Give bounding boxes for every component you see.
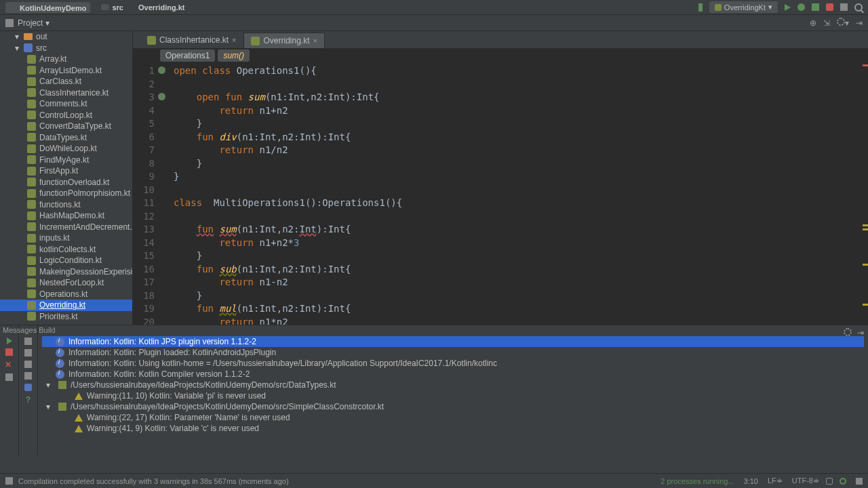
tree-item[interactable]: ConvertDataType.kt [0,121,132,132]
expand-all-icon[interactable] [24,338,32,345]
override-gutter-icon[interactable] [158,66,165,74]
tree-item[interactable]: ControlLoop.kt [0,110,132,121]
tree-item[interactable]: ClassInhertanice.kt [0,87,132,99]
stop-icon[interactable] [826,3,833,11]
tree-item[interactable]: inputs.kt [0,232,132,244]
status-processes[interactable]: 2 processes running... [660,477,734,485]
breadcrumb-file[interactable]: Overriding.kt [134,3,189,12]
project-toolbar: Project ▾ ⊕ ⇲ ▾ ⇥ [0,15,868,31]
breadcrumb-class[interactable]: Operations1 [160,49,215,62]
run-icon[interactable] [785,4,791,11]
kfile-icon [27,155,36,164]
filter-icon[interactable] [24,384,32,391]
tree-item[interactable]: FirstApp.kt [0,165,132,177]
tree-item[interactable]: Comments.kt [0,98,132,110]
tree-item[interactable]: ▾src [0,43,132,54]
debug-icon[interactable] [797,3,805,11]
message-row[interactable]: Warning:(22, 17) Kotlin: Parameter 'Name… [42,412,864,423]
message-row[interactable]: Warning:(11, 10) Kotlin: Variable 'pi' i… [42,390,864,401]
code-area[interactable]: open class Operations1(){ open fun sum(n… [167,63,868,325]
message-row[interactable]: Information: Kotlin: Kotlin JPS plugin v… [42,336,864,347]
kfile-icon [27,100,36,108]
close-icon[interactable]: × [232,36,236,44]
breadcrumb-function[interactable]: sum() [218,49,250,62]
help-icon[interactable]: ? [26,395,31,405]
coverage-icon[interactable] [812,3,819,11]
tree-item[interactable]: Priorites.kt [0,311,132,323]
search-icon[interactable] [854,3,863,12]
project-tree[interactable]: ▾out▾srcArray.ktArrayListDemo.ktCarClass… [0,31,133,325]
status-line-sep[interactable]: LF≑ [768,476,783,485]
messages-gear-icon[interactable] [844,328,852,336]
rerun-icon[interactable] [7,338,12,344]
tree-item[interactable]: ▾out [0,31,132,43]
build-icon[interactable] [698,3,703,12]
tree-item[interactable]: kotlinCollects.kt [0,244,132,256]
kfile-icon [27,110,36,119]
tree-item[interactable]: CarClass.kt [0,76,132,87]
messages-hide-icon[interactable]: ⇥ [857,328,864,338]
override-gutter-icon[interactable] [158,93,165,100]
breadcrumb-folder[interactable]: src [97,3,127,12]
tree-item[interactable]: functions.kt [0,199,132,211]
messages-list[interactable]: Information: Kotlin: Kotlin JPS plugin v… [38,325,868,455]
notification-icon[interactable] [856,478,863,485]
scroll-from-icon[interactable]: ⊕ [810,18,816,28]
kfile-icon [27,222,36,231]
tree-item[interactable]: DoWhileLoop.kt [0,143,132,155]
tree-item[interactable]: DataTypes.kt [0,132,132,144]
messages-toolbar-2: ? [19,325,38,455]
project-view-icon[interactable] [5,19,14,27]
editor-tab[interactable]: ClassInhertanice.kt× [140,32,243,48]
tree-item[interactable]: functionPolmorphisiom.kt [0,188,132,199]
breadcrumb-project[interactable]: KotlinUdemyDemo [5,2,90,13]
titlebar: KotlinUdemyDemo src Overriding.kt Overri… [0,0,868,15]
status-toolwindows-icon[interactable] [5,477,13,485]
collapse-icon[interactable]: ⇲ [823,18,830,28]
pin-icon[interactable] [5,373,13,381]
messages-title[interactable]: Messages Build [3,326,56,334]
tree-item[interactable]: LogicCondition.kt [0,255,132,266]
status-position[interactable]: 3:10 [744,477,758,485]
kfile-icon [27,256,36,265]
project-label[interactable]: Project [18,18,43,28]
stop-build-icon[interactable] [5,348,13,356]
tree-item[interactable]: NestedForLoop.kt [0,277,132,289]
editor-tab[interactable]: Overriding.kt× [243,33,324,48]
message-row[interactable]: Information: Kotlin: Using kotlin-home =… [42,358,864,369]
mod-icon [24,43,33,52]
inspection-icon[interactable] [840,478,846,485]
gear-icon[interactable]: ▾ [837,18,849,28]
message-row[interactable]: Information: Kotlin: Kotlin Compiler ver… [42,369,864,380]
hide-icon[interactable]: ⇥ [856,18,863,28]
kfile-icon [27,245,36,253]
structure-icon[interactable] [840,3,848,11]
message-row[interactable]: ▾/Users/hussienalrubaye/IdeaProjects/Kot… [42,401,864,412]
tree-item[interactable]: Operations.kt [0,289,132,300]
message-row[interactable]: Information: Kotlin: Plugin loaded: Kotl… [42,347,864,358]
tree-item[interactable]: FindMyAge.kt [0,155,132,166]
export-icon[interactable] [24,372,32,380]
error-stripe[interactable] [861,63,868,325]
kfile-icon [27,88,36,97]
collapse-all-icon[interactable] [24,349,32,357]
close-messages-icon[interactable]: ✕ [5,360,14,369]
close-icon[interactable]: × [313,37,317,45]
tree-item[interactable]: IncrementAndDecrement.k [0,222,132,233]
message-row[interactable]: ▾/Users/hussienalrubaye/IdeaProjects/Kot… [42,380,864,390]
code-editor[interactable]: 123456789101112131415161718192021 open c… [133,63,868,325]
tree-item[interactable]: MakeingDesssionExperisi [0,266,132,278]
kfile-icon [27,289,36,298]
kfile-icon [27,189,36,198]
gutter[interactable]: 123456789101112131415161718192021 [133,63,167,325]
tree-item[interactable]: ArrayListDemo.kt [0,65,132,77]
tree-item[interactable]: Overriding.kt [0,300,132,311]
lock-icon[interactable] [826,478,833,485]
message-row[interactable]: Warning:(41, 9) Kotlin: Variable 'c' is … [42,423,864,434]
status-encoding[interactable]: UTF-8≑ [792,476,819,485]
tree-item[interactable]: Array.kt [0,54,132,65]
tree-item[interactable]: functionOverload.kt [0,177,132,188]
tree-item[interactable]: HashMapDemo.kt [0,210,132,222]
run-config[interactable]: OverridingKt ▾ [709,1,778,13]
autoscroll-icon[interactable] [24,361,32,368]
